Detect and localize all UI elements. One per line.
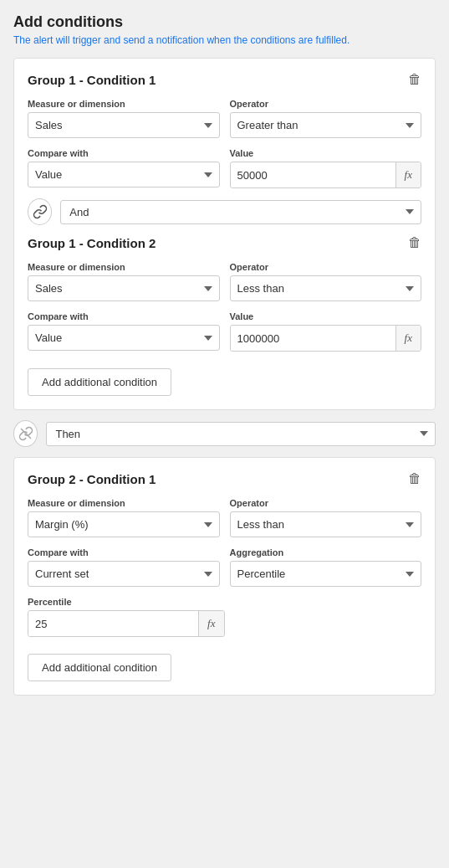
condition1-compare-label: Compare with <box>28 148 220 158</box>
condition1-measure-group: Measure or dimension Sales Margin (%) <box>28 99 220 138</box>
group2-compare-label: Compare with <box>28 547 220 557</box>
group2-percentile-label: Percentile <box>28 597 225 607</box>
group2-measure-group: Measure or dimension Sales Margin (%) <box>28 498 220 537</box>
then-operator-select[interactable]: Then And Or <box>46 422 436 446</box>
condition1-operator-select[interactable]: Greater than Less than Equal to <box>230 112 422 138</box>
group1-condition2: Group 1 - Condition 2 🗑 Measure or dimen… <box>28 235 421 352</box>
and-operator-select[interactable]: And Or <box>60 200 421 224</box>
condition2-header: Group 1 - Condition 2 🗑 <box>28 235 421 250</box>
condition1-operator-group: Operator Greater than Less than Equal to <box>230 99 422 138</box>
condition1-title: Group 1 - Condition 1 <box>28 73 156 87</box>
condition2-measure-group: Measure or dimension Sales Margin (%) <box>28 262 220 301</box>
condition1-header: Group 1 - Condition 1 🗑 <box>28 72 421 87</box>
condition2-measure-label: Measure or dimension <box>28 262 220 272</box>
group2-operator-select[interactable]: Greater than Less than Equal to <box>230 511 422 537</box>
condition2-row1: Measure or dimension Sales Margin (%) Op… <box>28 262 421 301</box>
condition2-fx-button[interactable]: fx <box>395 326 421 351</box>
group2-aggregation-select[interactable]: Percentile Average Sum Min Max <box>230 561 422 587</box>
group2-measure-select[interactable]: Sales Margin (%) <box>28 511 220 537</box>
condition2-value-label: Value <box>230 311 422 321</box>
condition1-operator-label: Operator <box>230 99 422 109</box>
group2-aggregation-group: Aggregation Percentile Average Sum Min M… <box>230 547 422 587</box>
condition1-row1: Measure or dimension Sales Margin (%) Op… <box>28 99 421 138</box>
condition2-title: Group 1 - Condition 2 <box>28 236 156 250</box>
group2-condition1: Group 2 - Condition 1 🗑 Measure or dimen… <box>28 471 421 637</box>
group2-condition1-row2: Compare with Value Current set Previous … <box>28 547 421 587</box>
condition1-value-label: Value <box>230 148 422 158</box>
svg-line-0 <box>21 429 31 439</box>
group2-compare-group: Compare with Value Current set Previous … <box>28 547 220 587</box>
condition2-operator-select[interactable]: Greater than Less than Equal to <box>230 275 422 301</box>
group1-condition1: Group 1 - Condition 1 🗑 Measure or dimen… <box>28 72 421 188</box>
group2-condition1-title: Group 2 - Condition 1 <box>28 472 156 486</box>
group2-compare-select[interactable]: Value Current set Previous period <box>28 561 220 587</box>
page-title: Add conditions <box>13 13 436 31</box>
page-subtitle: The alert will trigger and send a notifi… <box>13 34 436 46</box>
condition1-value-group: Value fx <box>230 148 422 188</box>
group2-operator-label: Operator <box>230 498 422 508</box>
condition2-compare-group: Compare with Value Current set Previous … <box>28 311 220 352</box>
between-groups-row: Then And Or <box>13 410 436 457</box>
delete-condition1-button[interactable]: 🗑 <box>408 72 421 87</box>
group2-aggregation-label: Aggregation <box>230 547 422 557</box>
group2-condition1-header: Group 2 - Condition 1 🗑 <box>28 471 421 486</box>
condition1-row2: Compare with Value Current set Previous … <box>28 148 421 188</box>
condition2-operator-label: Operator <box>230 262 422 272</box>
group2-measure-label: Measure or dimension <box>28 498 220 508</box>
delete-group2-condition1-button[interactable]: 🗑 <box>408 471 421 486</box>
link-icon-button[interactable] <box>28 198 52 225</box>
condition1-compare-group: Compare with Value Current set Previous … <box>28 148 220 188</box>
condition2-operator-group: Operator Greater than Less than Equal to <box>230 262 422 301</box>
group2-card: Group 2 - Condition 1 🗑 Measure or dimen… <box>13 457 436 696</box>
condition1-value-input[interactable] <box>231 163 395 187</box>
delete-condition2-button[interactable]: 🗑 <box>408 235 421 250</box>
group2-percentile-group: Percentile fx <box>28 597 225 637</box>
condition2-value-input[interactable] <box>231 326 395 351</box>
condition1-value-input-wrapper: fx <box>230 162 422 188</box>
condition1-measure-label: Measure or dimension <box>28 99 220 109</box>
condition2-value-input-wrapper: fx <box>230 325 422 352</box>
condition1-compare-select[interactable]: Value Current set Previous period <box>28 162 220 187</box>
group2-add-condition-button[interactable]: Add additional condition <box>28 654 171 681</box>
group2-condition1-row3: Percentile fx <box>28 597 421 637</box>
group2-condition1-row1: Measure or dimension Sales Margin (%) Op… <box>28 498 421 537</box>
group2-percentile-input-wrapper: fx <box>28 610 225 637</box>
group2-operator-group: Operator Greater than Less than Equal to <box>230 498 422 537</box>
group2-percentile-input[interactable] <box>28 612 198 636</box>
condition2-row2: Compare with Value Current set Previous … <box>28 311 421 352</box>
group1-card: Group 1 - Condition 1 🗑 Measure or dimen… <box>13 58 436 410</box>
condition2-value-group: Value fx <box>230 311 422 352</box>
condition2-compare-select[interactable]: Value Current set Previous period <box>28 325 220 351</box>
condition2-measure-select[interactable]: Sales Margin (%) <box>28 275 220 301</box>
group2-fx-button[interactable]: fx <box>198 611 223 636</box>
condition1-measure-select[interactable]: Sales Margin (%) <box>28 112 220 138</box>
link-and-row: And Or <box>28 198 421 225</box>
condition2-compare-label: Compare with <box>28 311 220 321</box>
broken-link-icon-button[interactable] <box>13 420 38 447</box>
group1-add-condition-button[interactable]: Add additional condition <box>28 368 171 396</box>
condition1-fx-button[interactable]: fx <box>395 162 421 187</box>
